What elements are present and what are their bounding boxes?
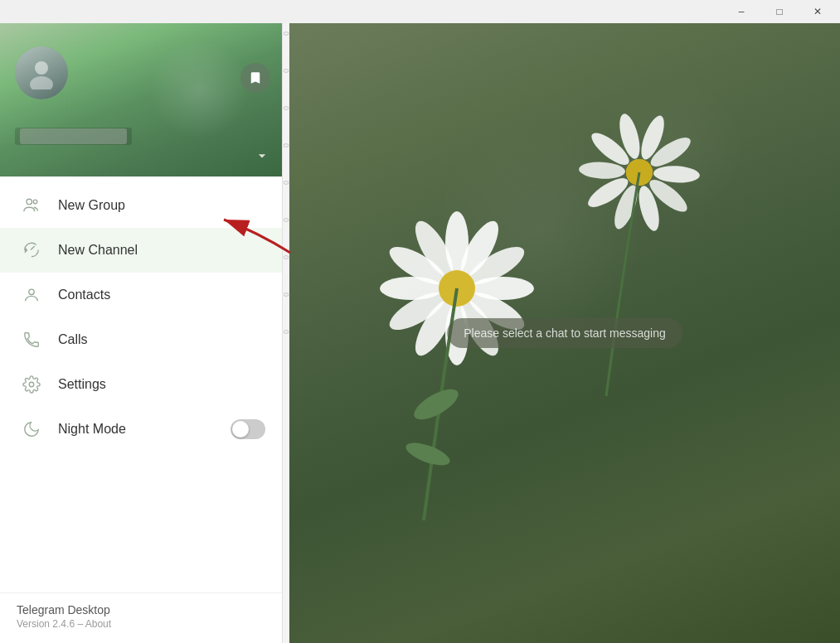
profile-header: ████████: [0, 23, 282, 176]
menu-item-new-group[interactable]: New Group: [0, 183, 282, 228]
new-channel-label: New Channel: [58, 243, 138, 258]
chevron-down-icon[interactable]: [254, 147, 270, 168]
svg-point-0: [35, 61, 48, 75]
sidebar: ████████ New Group: [0, 23, 282, 643]
menu-list: New Group New Channel: [0, 176, 282, 592]
menu-item-night-mode[interactable]: Night Mode: [0, 407, 282, 452]
svg-line-5: [31, 246, 35, 250]
svg-point-3: [33, 200, 37, 204]
app-container: ████████ New Group: [0, 23, 840, 643]
minimize-button[interactable]: –: [722, 0, 760, 23]
app-name: Telegram Desktop: [17, 603, 265, 616]
calls-icon: [17, 325, 46, 355]
svg-point-7: [29, 382, 34, 387]
svg-marker-4: [25, 246, 28, 253]
titlebar: – □ ✕: [0, 0, 840, 23]
saved-messages-icon[interactable]: [240, 63, 270, 93]
settings-icon: [17, 370, 46, 399]
svg-point-2: [27, 199, 32, 204]
sidebar-footer: Telegram Desktop Version 2.4.6 – About: [0, 592, 282, 643]
calls-label: Calls: [58, 332, 88, 347]
new-group-label: New Group: [58, 198, 125, 213]
menu-item-settings[interactable]: Settings: [0, 362, 282, 407]
menu-item-contacts[interactable]: Contacts: [0, 273, 282, 317]
version-text: Version 2.4.6 – About: [17, 618, 265, 630]
select-chat-message: Please select a chat to start messaging: [447, 318, 682, 348]
contacts-icon: [17, 280, 46, 310]
night-mode-label: Night Mode: [58, 422, 231, 437]
close-button[interactable]: ✕: [799, 0, 837, 23]
avatar[interactable]: [15, 46, 68, 99]
settings-label: Settings: [58, 377, 106, 392]
svg-point-1: [30, 76, 53, 89]
maximize-button[interactable]: □: [760, 0, 799, 23]
chat-area: Please select a chat to start messaging: [289, 23, 840, 643]
new-group-icon: [17, 191, 46, 220]
profile-name: ████████: [15, 128, 132, 145]
contacts-label: Contacts: [58, 288, 110, 302]
svg-point-6: [29, 289, 34, 294]
menu-item-new-channel[interactable]: New Channel: [0, 228, 282, 273]
new-channel-icon: [17, 235, 46, 265]
menu-item-calls[interactable]: Calls: [0, 317, 282, 362]
night-mode-icon: [17, 414, 46, 444]
night-mode-toggle[interactable]: [231, 419, 265, 439]
